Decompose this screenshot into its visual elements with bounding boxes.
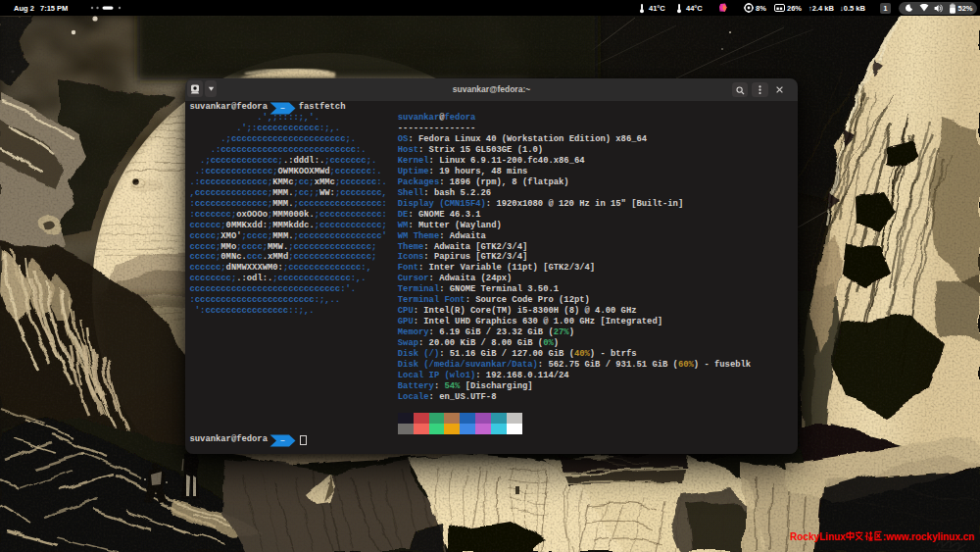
svg-text:~: ~: [280, 104, 285, 113]
svg-text:~: ~: [280, 436, 285, 445]
